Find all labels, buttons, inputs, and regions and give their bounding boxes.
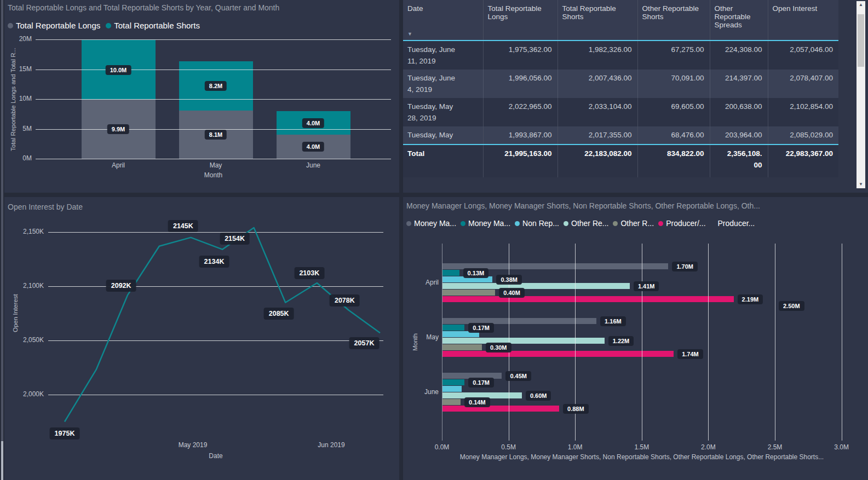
gridline (842, 244, 842, 441)
value-label: 1.16M (600, 316, 626, 326)
table-row[interactable]: Tuesday, May 28, 20192,022,965.002,033,1… (403, 98, 838, 126)
bar-segment[interactable] (442, 296, 734, 302)
date-cell[interactable]: Tuesday, May (403, 126, 483, 144)
table-row[interactable]: Tuesday, May1,993,867.002,017,355.0068,4… (403, 126, 838, 144)
value-cell[interactable]: 2,033,104.00 (557, 98, 637, 126)
gridline (36, 39, 391, 40)
value-cell[interactable]: 2,102,854.00 (768, 98, 838, 126)
table-header-row: Date▼Total Reportable LongsTotal Reporta… (403, 0, 838, 41)
value-label: 0.17M (468, 378, 494, 388)
bar-segment[interactable] (442, 386, 462, 392)
column-header-label: Other Reportable Shorts (642, 4, 699, 21)
date-cell[interactable]: Tuesday, June 4, 2019 (403, 70, 483, 98)
bar-segment[interactable] (442, 399, 461, 405)
table-total-row[interactable]: Total21,995,163.0022,183,082.00834,822.0… (403, 144, 838, 177)
date-cell[interactable]: Tuesday, June 11, 2019 (403, 41, 483, 70)
value-cell[interactable]: 2,022,965.00 (483, 98, 557, 126)
page-scrollbar-track[interactable] (1, 0, 3, 480)
date-cell[interactable]: Tuesday, May 28, 2019 (403, 98, 483, 126)
value-label: 2092K (106, 280, 136, 292)
dashboard-canvas: Total Reportable Longs and Total Reporta… (0, 0, 868, 480)
value-cell[interactable]: 2,057,046.00 (768, 41, 838, 70)
value-cell[interactable]: 2,085,029.00 (768, 126, 838, 144)
value-cell[interactable]: 200,638.00 (710, 98, 768, 126)
gridline (642, 244, 642, 441)
axis-tick-label: 20M (4, 35, 32, 43)
bar-segment[interactable] (442, 290, 495, 296)
value-label: 8.2M (205, 81, 227, 91)
data-table: Date▼Total Reportable LongsTotal Reporta… (403, 0, 838, 177)
sort-descending-icon[interactable]: ▼ (407, 31, 412, 37)
value-cell[interactable]: 70,091.00 (637, 70, 710, 98)
value-cell[interactable]: 69,605.00 (637, 98, 710, 126)
column-header-label: Open Interest (773, 4, 818, 13)
gridline (708, 244, 709, 441)
value-cell[interactable]: 1,975,362.00 (483, 41, 557, 70)
value-cell[interactable]: 2,007,436.00 (557, 70, 637, 98)
table-row[interactable]: Tuesday, June 11, 20191,975,362.001,982,… (403, 41, 838, 70)
bar-segment[interactable] (442, 344, 482, 350)
gridline (36, 70, 391, 70)
panel-line-chart: Open Interest by Date Open Interest 2,00… (4, 197, 399, 480)
table-header-cell[interactable]: Total Reportable Shorts (557, 0, 637, 41)
total-value-cell: 21,995,163.00 (483, 144, 557, 177)
value-cell[interactable]: 1,993,867.00 (483, 126, 557, 144)
value-cell[interactable]: 203,964.00 (710, 126, 768, 144)
table-header-cell[interactable]: Other Reportable Spreads (710, 0, 768, 41)
bar-segment[interactable] (442, 379, 464, 385)
value-cell[interactable]: 214,397.00 (710, 70, 768, 98)
plot-area: 1.70M0.13M0.38M1.41M0.40M2.19M2.50MApril… (403, 197, 868, 480)
value-label: 0.40M (499, 288, 525, 298)
category-label: April (406, 279, 439, 286)
table-header-cell[interactable]: Total Reportable Longs (483, 0, 557, 41)
table-row[interactable]: Tuesday, June 4, 20191,996,056.002,007,4… (403, 70, 838, 98)
bar-segment[interactable] (442, 283, 630, 289)
value-label: 0.88M (563, 404, 589, 414)
value-cell[interactable]: 68,476.00 (637, 126, 710, 144)
table-header-cell[interactable]: Open Interest (768, 0, 838, 41)
value-cell[interactable]: 2,017,355.00 (557, 126, 637, 144)
value-label: 2154K (220, 233, 250, 245)
bar-segment[interactable] (442, 325, 464, 331)
bar-segment[interactable] (442, 406, 559, 412)
plot-area: 9.9M10.0MApril8.1M8.2MMay4.0M4.0MJune0M5… (4, 0, 399, 193)
value-cell[interactable]: 67,275.00 (637, 41, 710, 70)
column-header-label: Other Reportable Spreads (715, 4, 751, 29)
gridline (36, 159, 391, 159)
value-cell[interactable]: 2,078,407.00 (768, 70, 838, 98)
axis-tick-label: 3.0M (825, 443, 858, 451)
value-label: 0.38M (496, 275, 522, 285)
bar-segment[interactable] (442, 270, 459, 276)
value-label: 0.45M (505, 371, 531, 381)
value-cell[interactable]: 224,308.00 (710, 41, 768, 70)
category-label: June (406, 388, 439, 396)
page-scrollbar-thumb[interactable] (1, 441, 3, 480)
total-value-cell: 22,983,367.00 (768, 144, 838, 177)
table-header-cell[interactable]: Date▼ (403, 0, 483, 41)
bar-segment[interactable] (442, 338, 605, 344)
axis-tick-label: 1.5M (625, 443, 658, 451)
total-label-cell: Total (403, 144, 483, 177)
total-value-cell: 22,183,082.00 (557, 144, 637, 177)
y-axis-line (442, 244, 442, 441)
value-label: 4.0M (302, 142, 324, 152)
table-header-cell[interactable]: Other Reportable Shorts (637, 0, 710, 41)
scrollbar-thumb[interactable] (858, 14, 864, 67)
bar-segment[interactable] (442, 351, 674, 357)
scroll-down-button[interactable]: ▼ (856, 181, 865, 188)
value-cell[interactable]: 1,982,326.00 (557, 41, 637, 70)
value-label: 0.60M (526, 391, 551, 401)
scroll-up-button[interactable]: ▲ (856, 1, 865, 9)
gridline (36, 99, 391, 100)
value-label: 1.22M (608, 336, 634, 346)
value-label: 4.0M (302, 118, 324, 128)
total-value-cell: 834,822.00 (637, 144, 710, 177)
value-label: 1.41M (634, 281, 659, 291)
axis-tick-label: 0M (4, 154, 32, 162)
axis-tick-label: 10M (4, 95, 32, 102)
x-axis-title: Month (36, 171, 391, 179)
value-label: 2078K (330, 294, 360, 306)
bar-segment[interactable] (442, 318, 596, 324)
value-label: 2145K (168, 220, 198, 232)
value-cell[interactable]: 1,996,056.00 (483, 70, 557, 98)
